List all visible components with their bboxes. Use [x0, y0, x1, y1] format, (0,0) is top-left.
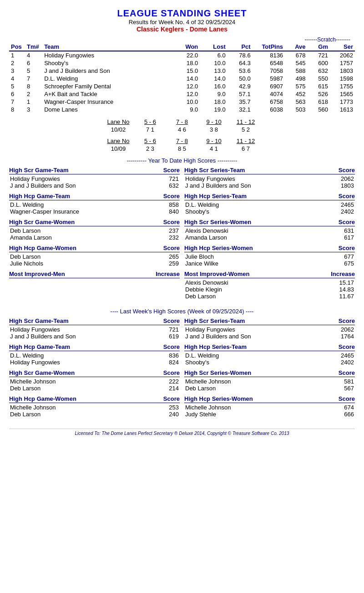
score-block-header: Most Improved-WomenIncrease [184, 271, 355, 278]
score-col-label: Score [163, 395, 180, 402]
score-category-label: High Scr Game-Women [9, 369, 75, 376]
cell-won: 10.0 [172, 98, 200, 106]
cell-won: 15.0 [172, 67, 200, 75]
score-block-header: High Hcp Series-WomenScore [184, 245, 355, 252]
lane-col-header: 9 - 10 [198, 137, 230, 145]
cell-tm: 4 [25, 51, 42, 59]
score-entry-row: D.L. Welding836 [9, 352, 180, 359]
page-subtitle: Results for Week No. 4 of 32 09/25/2024 [9, 19, 355, 26]
score-entry-name: Deb Larson [10, 227, 156, 234]
score-entry-name: Janice Wilke [185, 260, 331, 267]
score-category-label: High Hcp Series-Team [184, 343, 247, 350]
lane-section: Lane No5 - 67 - 89 - 1011 - 1210/027 14 … [9, 118, 355, 153]
score-entry-row: Alexis Denowski631 [184, 227, 355, 234]
cell-totpins: 7058 [253, 67, 285, 75]
score-col-label: Score [163, 219, 180, 225]
table-row: 5 8 Schroepfer Family Dental 12.0 16.0 4… [9, 82, 355, 90]
lane-col-header: 11 - 12 [230, 137, 262, 145]
cell-team: Schroepfer Family Dental [42, 82, 172, 90]
score-block: Most Improved-WomenIncreaseAlexis Denows… [184, 271, 355, 300]
cell-totpins: 4074 [253, 90, 285, 98]
col-team: Team [42, 43, 172, 51]
score-entry-name: Deb Larson [185, 293, 331, 300]
score-entry-name: Deb Larson [10, 411, 156, 418]
cell-pct: 50.0 [228, 75, 253, 82]
score-entry-row: Michelle Johnson253 [9, 404, 180, 411]
cell-tm: 8 [25, 82, 42, 90]
score-entry-value: 666 [331, 411, 354, 418]
score-category-label: High Scr Series-Women [184, 219, 251, 225]
score-entry-value: 674 [331, 404, 354, 411]
score-block: High Scr Series-TeamScoreHoliday Fungowi… [184, 167, 355, 189]
cell-pos: 6 [9, 90, 25, 98]
cell-tm: 2 [25, 90, 42, 98]
cell-pos: 4 [9, 75, 25, 82]
score-block-header: High Scr Series-TeamScore [184, 167, 355, 174]
score-entry-name: J and J Builders and Son [185, 182, 331, 189]
lane-teams: 6 7 [230, 145, 262, 153]
score-entry-name: Michelle Johnson [10, 404, 156, 411]
cell-totpins: 6038 [253, 106, 285, 113]
score-block-header: High Hcp Game-WomenScore [9, 245, 180, 252]
cell-tm: 6 [25, 59, 42, 67]
score-entry-value: 2402 [331, 208, 354, 215]
cell-team: A+K Bait and Tackle [42, 90, 172, 98]
score-category-label: High Scr Series-Women [184, 369, 251, 376]
score-entry-row: Wagner-Casper Insurance840 [9, 208, 180, 215]
lane-teams: 8 5 [166, 145, 198, 153]
cell-gm: 618 [308, 98, 330, 106]
score-col-label: Score [163, 317, 180, 324]
lane-col-header: 5 - 6 [134, 118, 166, 126]
score-entry-value: 253 [156, 404, 179, 411]
lane-teams: 4 6 [166, 126, 198, 133]
score-category-label: High Scr Series-Team [184, 167, 245, 174]
score-entry-value: 677 [331, 253, 354, 260]
lw-scores-grid: High Scr Game-TeamScoreHoliday Fungowies… [9, 317, 355, 421]
cell-gm: 526 [308, 90, 330, 98]
score-entry-value: 619 [156, 333, 179, 340]
score-entry-row: Deb Larson567 [184, 385, 355, 392]
score-block: High Hcp Series-TeamScoreD.L. Welding246… [184, 193, 355, 215]
cell-lost: 13.0 [200, 67, 227, 75]
cell-team: J and J Builders and Son [42, 67, 172, 75]
score-entry-row: Holiday Fungowies721 [9, 175, 180, 182]
lane-teams: 5 2 [230, 126, 262, 133]
score-block-header: High Scr Series-WomenScore [184, 369, 355, 377]
cell-pos: 5 [9, 82, 25, 90]
cell-totpins: 5987 [253, 75, 285, 82]
cell-ser: 1757 [330, 59, 355, 67]
score-entry-row: Holiday Fungowies824 [9, 359, 180, 366]
col-won: Won [172, 43, 200, 51]
cell-won: 12.0 [172, 90, 200, 98]
cell-pos: 3 [9, 67, 25, 75]
score-entry-name: Holiday Fungowies [10, 175, 156, 182]
score-entry-name: Michelle Johnson [185, 378, 331, 385]
score-block: High Hcp Series-TeamScoreD.L. Welding246… [184, 343, 355, 366]
lane-col-header: 7 - 8 [166, 137, 198, 145]
score-category-label: High Scr Game-Women [9, 219, 75, 225]
score-entry-value: 265 [156, 253, 179, 260]
score-entry-value: 2465 [331, 201, 354, 208]
score-entry-value: 240 [156, 411, 179, 418]
score-entry-value: 581 [331, 378, 354, 385]
score-block-header: High Scr Game-TeamScore [9, 167, 180, 174]
score-entry-row: Julie Nichols259 [9, 260, 180, 267]
cell-ser: 1565 [330, 90, 355, 98]
cell-gm: 550 [308, 75, 330, 82]
score-entry-name: Holiday Fungowies [10, 326, 156, 333]
score-entry-name: D.L. Welding [185, 352, 331, 359]
table-row: 1 4 Holiday Fungowies 22.0 6.0 78.6 8136… [9, 51, 355, 59]
score-col-label: Score [339, 193, 355, 199]
score-block: High Hcp Series-WomenScoreMichelle Johns… [184, 395, 355, 418]
score-block: High Hcp Game-WomenScoreDeb Larson265Jul… [9, 245, 180, 267]
score-col-label: Score [339, 369, 355, 376]
cell-lost: 16.0 [200, 82, 227, 90]
score-entry-value: 222 [156, 378, 179, 385]
score-entry-value: 617 [331, 234, 354, 241]
score-block: High Scr Game-TeamScoreHoliday Fungowies… [9, 317, 180, 340]
cell-won: 14.0 [172, 75, 200, 82]
cell-totpins: 6758 [253, 98, 285, 106]
score-entry-value: 1764 [331, 333, 354, 340]
cell-ser: 1803 [330, 67, 355, 75]
score-entry-value: 2465 [331, 352, 354, 359]
